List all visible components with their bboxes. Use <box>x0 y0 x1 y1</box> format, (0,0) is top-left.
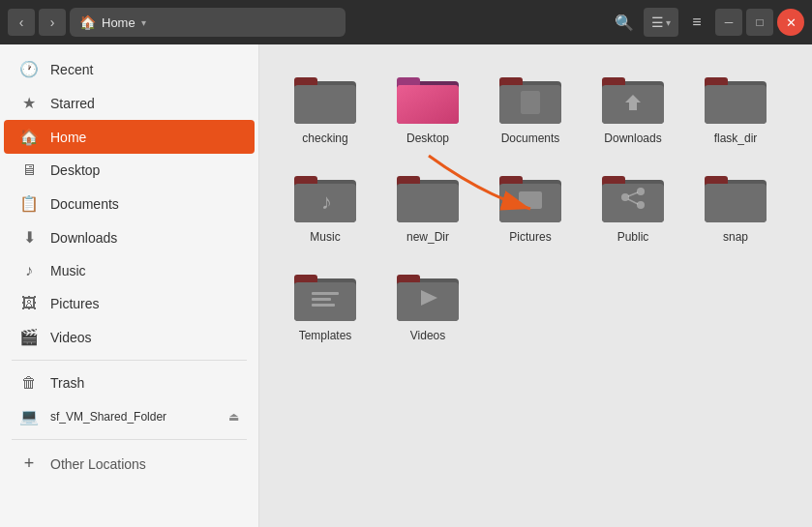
back-button[interactable]: ‹ <box>8 9 35 36</box>
list-view-icon: ☰ <box>651 15 664 30</box>
svg-rect-44 <box>312 292 339 295</box>
svg-text:♪: ♪ <box>321 190 332 214</box>
sidebar-item-downloads[interactable]: ⬇ Downloads <box>4 220 255 254</box>
file-label-downloads: Downloads <box>604 132 661 145</box>
starred-icon: ★ <box>19 94 39 112</box>
sidebar-item-recent[interactable]: 🕐 Recent <box>4 52 255 86</box>
file-label-pictures: Pictures <box>509 230 551 244</box>
folder-icon-downloads <box>602 72 664 126</box>
sidebar-item-music[interactable]: ♪ Music <box>4 254 255 287</box>
file-item-templates[interactable]: Templates <box>279 261 372 350</box>
file-item-pictures[interactable]: Pictures <box>484 162 577 251</box>
sidebar-label-recent: Recent <box>50 62 93 77</box>
sidebar-label-home: Home <box>50 130 86 145</box>
folder-icon-checking <box>294 72 356 126</box>
music-icon: ♪ <box>19 262 39 279</box>
sidebar-label-other-locations: Other Locations <box>50 456 146 472</box>
folder-icon-music: ♪ <box>294 170 356 224</box>
file-item-snap[interactable]: snap <box>689 162 782 251</box>
sidebar-divider <box>12 360 247 361</box>
file-item-documents[interactable]: Documents <box>484 64 577 153</box>
svg-rect-29 <box>519 191 542 209</box>
file-label-videos: Videos <box>410 329 445 342</box>
maximize-icon: □ <box>756 15 763 29</box>
sidebar-item-trash[interactable]: 🗑 Trash <box>4 366 255 399</box>
search-button[interactable]: 🔍 <box>609 8 640 37</box>
menu-icon: ≡ <box>692 14 701 31</box>
svg-rect-40 <box>705 184 767 222</box>
folder-icon-flask-dir <box>705 72 767 126</box>
svg-rect-18 <box>705 85 767 124</box>
svg-rect-6 <box>397 85 459 124</box>
shared-folder-icon: 💻 <box>19 407 39 425</box>
folder-icon-new-dir <box>397 170 459 224</box>
minimize-button[interactable]: ─ <box>715 9 742 36</box>
svg-rect-2 <box>294 85 356 124</box>
search-icon: 🔍 <box>615 14 634 32</box>
pictures-icon: 🖼 <box>19 295 39 312</box>
file-item-desktop[interactable]: Desktop <box>381 64 474 153</box>
menu-button[interactable]: ≡ <box>682 8 711 37</box>
sidebar-label-sf-vm: sf_VM_Shared_Folder <box>50 410 166 424</box>
sidebar-item-other-locations[interactable]: + Other Locations <box>4 446 255 482</box>
sidebar-item-pictures[interactable]: 🖼 Pictures <box>4 287 255 320</box>
svg-rect-43 <box>294 282 356 321</box>
file-item-flask-dir[interactable]: flask_dir <box>689 64 782 153</box>
sidebar-item-documents[interactable]: 📋 Documents <box>4 187 255 220</box>
file-item-downloads[interactable]: Downloads <box>586 64 679 153</box>
svg-rect-46 <box>312 304 335 307</box>
sidebar-item-starred[interactable]: ★ Starred <box>4 86 255 120</box>
home-sidebar-icon: 🏠 <box>19 128 39 146</box>
folder-icon-videos <box>397 269 459 323</box>
sidebar-item-sf-vm[interactable]: 💻 sf_VM_Shared_Folder ⏏ <box>4 399 255 433</box>
sidebar-label-downloads: Downloads <box>50 230 117 246</box>
forward-button[interactable]: › <box>39 9 66 36</box>
view-toggle[interactable]: ☰ ▾ <box>644 8 678 37</box>
sidebar-item-videos[interactable]: 🎬 Videos <box>4 320 255 354</box>
file-item-new-dir[interactable]: new_Dir <box>381 162 474 251</box>
svg-rect-11 <box>521 91 540 114</box>
file-grid: checking Desktop <box>279 64 793 350</box>
sidebar-item-home[interactable]: 🏠 Home <box>4 120 255 154</box>
view-dropdown-icon: ▾ <box>666 17 671 28</box>
location-bar[interactable]: 🏠 Home ▾ <box>70 8 346 37</box>
file-label-templates: Templates <box>299 329 352 342</box>
file-item-videos[interactable]: Videos <box>381 261 474 350</box>
back-icon: ‹ <box>19 15 24 30</box>
location-dropdown-icon: ▾ <box>141 17 146 28</box>
svg-rect-25 <box>397 184 459 222</box>
sidebar-label-music: Music <box>50 263 86 278</box>
file-label-flask-dir: flask_dir <box>714 132 758 145</box>
file-item-public[interactable]: Public <box>586 162 679 251</box>
sidebar-item-desktop[interactable]: 🖥 Desktop <box>4 154 255 187</box>
file-item-checking[interactable]: checking <box>279 64 372 153</box>
file-label-public: Public <box>617 230 649 244</box>
maximize-button[interactable]: □ <box>746 9 773 36</box>
add-location-icon: + <box>19 454 39 474</box>
main-content: 🕐 Recent ★ Starred 🏠 Home 🖥 Desktop 📋 Do… <box>0 44 812 527</box>
sidebar-label-videos: Videos <box>50 330 92 345</box>
close-icon: ✕ <box>786 15 797 30</box>
file-label-new-dir: new_Dir <box>406 230 449 244</box>
folder-icon-pictures <box>499 170 561 224</box>
close-button[interactable]: ✕ <box>777 9 804 36</box>
eject-icon[interactable]: ⏏ <box>228 410 239 424</box>
file-item-music[interactable]: ♪ Music <box>279 162 372 251</box>
svg-point-33 <box>621 193 629 201</box>
home-icon: 🏠 <box>79 15 96 30</box>
documents-icon: 📋 <box>19 194 39 213</box>
svg-point-35 <box>637 201 645 209</box>
svg-rect-32 <box>602 184 664 222</box>
svg-rect-45 <box>312 298 331 301</box>
sidebar-label-trash: Trash <box>50 375 84 391</box>
folder-icon-desktop <box>397 72 459 126</box>
sidebar-label-pictures: Pictures <box>50 296 100 311</box>
sidebar: 🕐 Recent ★ Starred 🏠 Home 🖥 Desktop 📋 Do… <box>0 44 259 527</box>
recent-icon: 🕐 <box>19 60 39 78</box>
location-label: Home <box>102 15 135 30</box>
desktop-icon: 🖥 <box>19 161 39 179</box>
file-label-snap: snap <box>723 230 748 244</box>
sidebar-label-desktop: Desktop <box>50 162 100 178</box>
file-label-documents: Documents <box>501 132 560 145</box>
folder-icon-snap <box>705 170 767 224</box>
